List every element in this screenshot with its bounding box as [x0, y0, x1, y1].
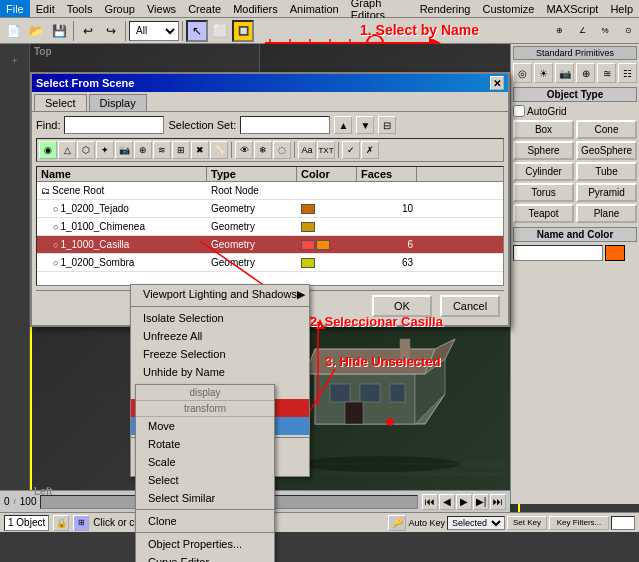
btn-tube[interactable]: Tube — [576, 162, 637, 181]
toolbar-save[interactable]: 💾 — [48, 20, 70, 42]
sort-desc-icon[interactable]: ▼ — [356, 116, 374, 134]
disp-light-icon[interactable]: ✦ — [96, 141, 114, 159]
sub-ctx-object-props[interactable]: Object Properties... — [136, 535, 274, 553]
disp-names-icon[interactable]: TXT — [317, 141, 335, 159]
menu-file[interactable]: File — [0, 0, 30, 17]
disp-frozen-icon[interactable]: ❄ — [254, 141, 272, 159]
autogrid-checkbox[interactable] — [513, 105, 525, 117]
list-row-tejado[interactable]: ○1_0200_Tejado Geometry 10 — [37, 200, 503, 218]
select-from-scene-dialog[interactable]: Select From Scene ✕ Select Display Find:… — [30, 72, 510, 327]
disp-spacewarp-icon[interactable]: ≋ — [153, 141, 171, 159]
btn-pyramid[interactable]: Pyramid — [576, 183, 637, 202]
toolbar-select-by-name[interactable]: 🔲 — [232, 20, 254, 42]
btn-geosphere[interactable]: GeoSphere — [576, 141, 637, 160]
menu-edit[interactable]: Edit — [30, 0, 61, 17]
toolbar-redo[interactable]: ↪ — [100, 20, 122, 42]
selection-set-input[interactable] — [240, 116, 330, 134]
disp-xref-icon[interactable]: ✖ — [191, 141, 209, 159]
dialog-tab-select[interactable]: Select — [34, 94, 87, 111]
menu-customize[interactable]: Customize — [476, 0, 540, 17]
menu-tools[interactable]: Tools — [61, 0, 99, 17]
anim-play[interactable]: ▶ — [456, 494, 472, 510]
col-name: Name — [37, 167, 207, 181]
toolbar-angle-snap[interactable]: ∠ — [571, 20, 593, 42]
dialog-title: Select From Scene — [36, 77, 134, 89]
btn-sphere[interactable]: Sphere — [513, 141, 574, 160]
icon-cameras[interactable]: 📷 — [555, 63, 574, 83]
filter-icon[interactable]: ⊟ — [378, 116, 396, 134]
key-filters-button[interactable]: Key Filters... — [549, 516, 609, 530]
disp-view-icon[interactable]: 👁 — [235, 141, 253, 159]
btn-box[interactable]: Box — [513, 120, 574, 139]
toolbar-select-region[interactable]: ⬜ — [209, 20, 231, 42]
list-row-sombra[interactable]: ○1_0200_Sombra Geometry 63 — [37, 254, 503, 272]
menu-views[interactable]: Views — [141, 0, 182, 17]
disp-groups-icon[interactable]: ⊞ — [172, 141, 190, 159]
anim-skip-start[interactable]: ⏮ — [422, 494, 438, 510]
menu-create[interactable]: Create — [182, 0, 227, 17]
menu-maxscript[interactable]: MAXScript — [540, 0, 604, 17]
toolbar-snap[interactable]: ⊕ — [548, 20, 570, 42]
toolbar-select-pointer[interactable]: ↖ — [186, 20, 208, 42]
icon-shapes[interactable]: ◎ — [513, 63, 532, 83]
object-list[interactable]: Name Type Color Faces 🗂Scene Root Root N… — [36, 166, 504, 286]
disp-check-icon[interactable]: ✓ — [342, 141, 360, 159]
btn-cone[interactable]: Cone — [576, 120, 637, 139]
menu-rendering[interactable]: Rendering — [414, 0, 477, 17]
list-row-casilla[interactable]: ○1_1000_Casilla Geometry 6 — [37, 236, 503, 254]
sort-asc-icon[interactable]: ▲ — [334, 116, 352, 134]
anim-prev-frame[interactable]: ◀ — [439, 494, 455, 510]
icon-systems[interactable]: ☷ — [618, 63, 637, 83]
anim-skip-end[interactable]: ⏭ — [490, 494, 506, 510]
toolbar-percent-snap[interactable]: % — [594, 20, 616, 42]
menu-graph-editors[interactable]: Graph Editors — [345, 0, 414, 17]
disp-bone-icon[interactable]: 🦴 — [210, 141, 228, 159]
menu-animation[interactable]: Animation — [284, 0, 345, 17]
toolbar-open[interactable]: 📂 — [25, 20, 47, 42]
ok-button[interactable]: OK — [372, 295, 432, 317]
toolbar-spinner-snap[interactable]: ⊙ — [617, 20, 639, 42]
find-input[interactable] — [64, 116, 164, 134]
btn-plane[interactable]: Plane — [576, 204, 637, 223]
disp-camera-icon[interactable]: 📷 — [115, 141, 133, 159]
color-swatch[interactable] — [605, 245, 625, 261]
name-color-label: Name and Color — [513, 227, 637, 242]
disp-geo-icon[interactable]: △ — [58, 141, 76, 159]
list-row-chimenea[interactable]: ○1_0100_Chimenea Geometry — [37, 218, 503, 236]
menu-help[interactable]: Help — [604, 0, 639, 17]
svg-marker-26 — [305, 349, 435, 374]
sub-ctx-curve-editor[interactable]: Curve Editor... — [136, 553, 274, 562]
disp-cross-icon[interactable]: ✗ — [361, 141, 379, 159]
menu-modifiers[interactable]: Modifiers — [227, 0, 284, 17]
main-area: + Top — [0, 44, 639, 532]
icon-helpers[interactable]: ⊕ — [576, 63, 595, 83]
btn-cylinder[interactable]: Cylinder — [513, 162, 574, 181]
set-key-button[interactable]: Set Key — [507, 516, 547, 530]
selected-dropdown[interactable]: Selected — [447, 516, 505, 530]
keymodes-icon[interactable]: ⊞ — [73, 515, 89, 531]
btn-torus[interactable]: Torus — [513, 183, 574, 202]
menu-group[interactable]: Group — [98, 0, 141, 17]
disp-helper-icon[interactable]: ⊕ — [134, 141, 152, 159]
timeline-track[interactable] — [40, 495, 418, 509]
list-row-scene-root[interactable]: 🗂Scene Root Root Node — [37, 182, 503, 200]
cancel-button[interactable]: Cancel — [440, 295, 500, 317]
anim-next-frame[interactable]: ▶| — [473, 494, 489, 510]
disp-sep3 — [338, 142, 339, 158]
toolbar-undo[interactable]: ↩ — [77, 20, 99, 42]
frame-input[interactable]: 0 — [611, 516, 635, 530]
selection-filter-dropdown[interactable]: All — [129, 21, 179, 41]
lock-icon[interactable]: 🔒 — [53, 515, 69, 531]
disp-case-icon[interactable]: Aa — [298, 141, 316, 159]
object-name-input[interactable]: _1000_Casilla — [513, 245, 603, 261]
disp-all-icon[interactable]: ◉ — [39, 141, 57, 159]
toolbar-new[interactable]: 📄 — [2, 20, 24, 42]
dialog-tab-display[interactable]: Display — [89, 94, 147, 111]
btn-teapot[interactable]: Teapot — [513, 204, 574, 223]
key-icon[interactable]: 🔑 — [388, 515, 406, 531]
disp-hidden-icon[interactable]: ◌ — [273, 141, 291, 159]
icon-space-warps[interactable]: ≋ — [597, 63, 616, 83]
icon-lights[interactable]: ☀ — [534, 63, 553, 83]
disp-shape-icon[interactable]: ⬡ — [77, 141, 95, 159]
dialog-close-button[interactable]: ✕ — [490, 76, 504, 90]
